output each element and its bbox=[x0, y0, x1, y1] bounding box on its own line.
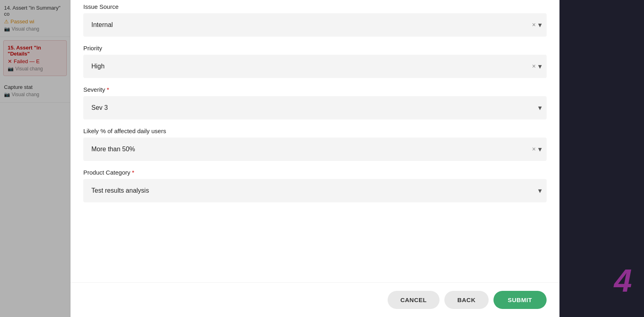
field-group-affected-users: Likely % of affected daily users More th… bbox=[83, 128, 547, 161]
back-button[interactable]: BACK bbox=[444, 291, 488, 309]
severity-select[interactable]: Sev 3 ▾ bbox=[83, 96, 547, 119]
product-category-chevron-icon[interactable]: ▾ bbox=[538, 186, 542, 195]
issue-source-chevron-icon[interactable]: ▾ bbox=[538, 21, 542, 29]
field-group-severity: Severity * Sev 3 ▾ bbox=[83, 86, 547, 119]
field-group-product-category: Product Category * Test results analysis… bbox=[83, 169, 547, 202]
cancel-button[interactable]: CANCEL bbox=[388, 291, 440, 309]
modal-dialog: Issue Source Internal × ▾ Priority High … bbox=[70, 0, 559, 317]
product-category-select[interactable]: Test results analysis ▾ bbox=[83, 179, 547, 202]
product-category-label: Product Category * bbox=[83, 169, 547, 176]
affected-users-chevron-icon[interactable]: ▾ bbox=[538, 145, 542, 154]
submit-button[interactable]: SUBMIT bbox=[493, 291, 547, 309]
field-group-priority: Priority High × ▾ bbox=[83, 45, 547, 78]
modal-body: Issue Source Internal × ▾ Priority High … bbox=[70, 0, 559, 282]
severity-icons: ▾ bbox=[538, 103, 542, 112]
priority-label: Priority bbox=[83, 45, 547, 51]
affected-users-label: Likely % of affected daily users bbox=[83, 128, 547, 134]
issue-source-label: Issue Source bbox=[83, 3, 547, 10]
priority-icons: × ▾ bbox=[532, 62, 542, 71]
severity-required-star: * bbox=[107, 86, 109, 93]
field-group-issue-source: Issue Source Internal × ▾ bbox=[83, 3, 547, 37]
affected-users-icons: × ▾ bbox=[532, 145, 542, 154]
severity-label: Severity * bbox=[83, 86, 547, 93]
affected-users-clear-icon[interactable]: × bbox=[532, 146, 536, 153]
priority-chevron-icon[interactable]: ▾ bbox=[538, 62, 542, 71]
priority-select[interactable]: High × ▾ bbox=[83, 55, 547, 78]
affected-users-select[interactable]: More than 50% × ▾ bbox=[83, 138, 547, 161]
product-category-required-star: * bbox=[132, 169, 134, 176]
priority-clear-icon[interactable]: × bbox=[532, 63, 536, 70]
issue-source-select[interactable]: Internal × ▾ bbox=[83, 13, 547, 37]
product-category-icons: ▾ bbox=[538, 186, 542, 195]
issue-source-clear-icon[interactable]: × bbox=[532, 21, 536, 29]
severity-chevron-icon[interactable]: ▾ bbox=[538, 103, 542, 112]
modal-footer: CANCEL BACK SUBMIT bbox=[70, 282, 559, 317]
issue-source-icons: × ▾ bbox=[532, 21, 542, 29]
